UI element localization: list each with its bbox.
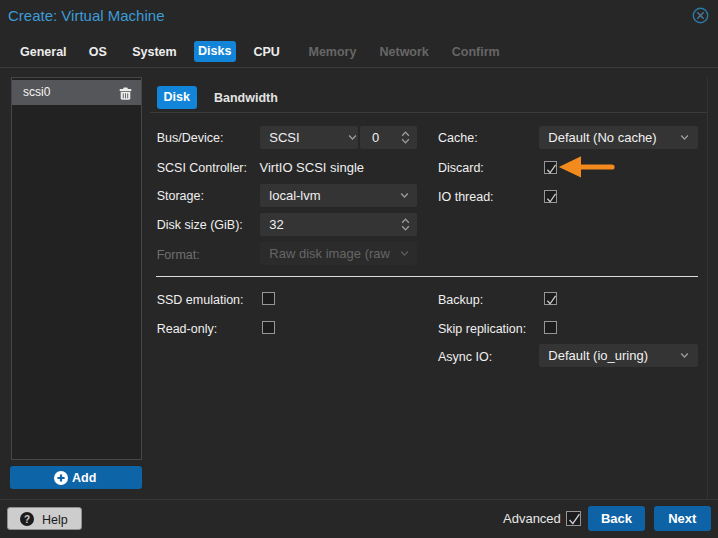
- svg-text:?: ?: [24, 514, 30, 525]
